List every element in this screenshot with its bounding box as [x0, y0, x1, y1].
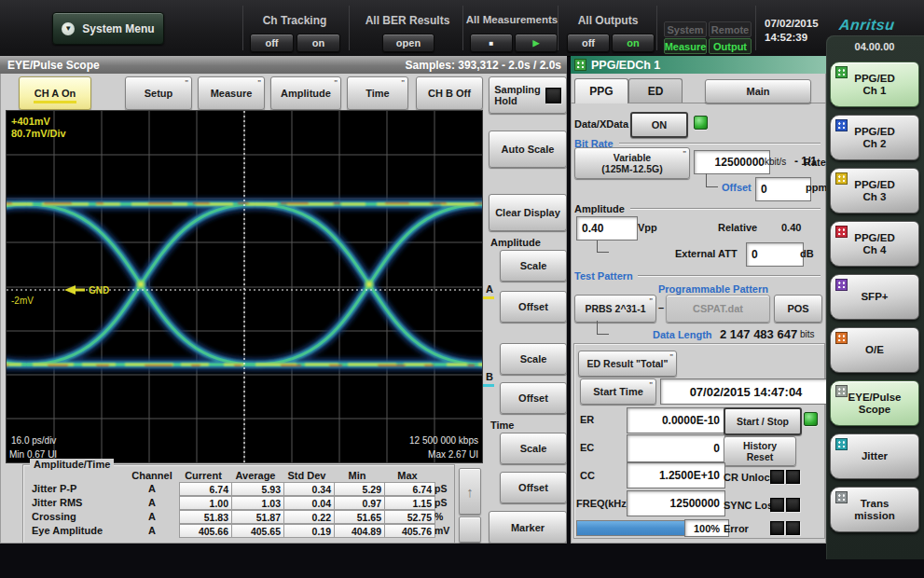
history-reset-label-2: Reset: [747, 451, 774, 462]
data-xdata-on-button[interactable]: ON: [630, 112, 688, 138]
measurements-start-button[interactable]: ▶: [515, 34, 558, 52]
time-per-div-label: 16.0 ps/div: [11, 435, 56, 446]
key-label: SFP+: [861, 291, 888, 303]
ch-tracking-off-button[interactable]: off: [250, 34, 294, 52]
history-reset-button[interactable]: History Reset: [724, 436, 796, 466]
amplitude-section-label: Amplitude: [490, 237, 541, 248]
sampling-hold-button[interactable]: Sampling Hold: [489, 76, 567, 114]
outputs-off-button[interactable]: off: [567, 34, 610, 52]
eye-pulse-scope-panel: EYE/Pulse Scope Samples: 393,312 - 2.0s …: [0, 56, 567, 544]
ed-result-total-button[interactable]: ED Result "Total": [578, 351, 677, 377]
table-cell: 1.00: [179, 496, 232, 510]
error-label: Error: [724, 523, 749, 534]
ext-att-connector: [597, 241, 609, 253]
table-scroll-down-button[interactable]: [459, 516, 481, 543]
external-att-field[interactable]: 0: [746, 242, 804, 267]
channel-pattern-icon: [835, 119, 848, 131]
scope-icon: [835, 385, 848, 397]
start-stop-button[interactable]: Start / Stop: [724, 407, 802, 435]
amplitude-scale-a-button[interactable]: Scale: [500, 250, 567, 282]
gnd-arrow-shaft: [76, 289, 85, 292]
sidebar-item-sfp[interactable]: SFP+: [830, 274, 919, 320]
key-label: EYE/Pulse: [848, 392, 902, 404]
key-label: Ch 3: [863, 191, 887, 203]
system-menu-label: System Menu: [82, 22, 154, 35]
table-scroll-up-button[interactable]: ↑: [459, 468, 481, 515]
bit-rate-variable-button[interactable]: Variable (125M-12.5G): [574, 147, 690, 179]
sidebar-item-o-e[interactable]: O/E: [830, 327, 919, 373]
clear-display-button[interactable]: Clear Display: [489, 194, 567, 231]
amplitude-button[interactable]: Amplitude: [270, 76, 341, 110]
sidebar-item-ppg-ed-ch1[interactable]: PPG/ED Ch 1: [830, 62, 919, 107]
setup-button[interactable]: Setup: [125, 76, 192, 110]
bit-rate-value-field[interactable]: 12500000: [694, 150, 770, 174]
progress-fill: [577, 521, 685, 535]
all-ber-open-button[interactable]: open: [382, 34, 434, 52]
ch-b-off-button[interactable]: CH B Off: [416, 76, 483, 110]
bit-rate-offset-field[interactable]: 0: [755, 177, 811, 201]
measure-status-lamp: Measure: [664, 38, 707, 54]
cc-value-field: 1.2500E+10: [627, 462, 725, 489]
sidebar-item-ppg-ed-ch3[interactable]: PPG/ED Ch 3: [830, 168, 919, 213]
eye-diagram: +401mV 80.7mV/Div GND -2mV 16.0 ps/div M…: [7, 111, 482, 462]
cc-label: CC: [580, 470, 595, 481]
time-offset-button[interactable]: Offset: [500, 472, 567, 503]
module-icon: [835, 332, 848, 344]
data-length-value: 2 147 483 647: [720, 327, 797, 341]
pos-button[interactable]: POS: [774, 295, 822, 323]
progress-percent: 100%: [684, 519, 729, 537]
col-header-current: Current: [179, 470, 228, 481]
eye-diagram-display[interactable]: +401mV 80.7mV/Div GND -2mV 16.0 ps/div M…: [6, 110, 483, 463]
stop-icon: ■: [490, 39, 494, 48]
ch-tracking-on-button[interactable]: on: [297, 34, 340, 52]
test-pattern-section-label: Test Pattern: [574, 270, 633, 282]
table-cell: 52.75: [384, 510, 435, 524]
module-icon: [835, 279, 848, 291]
tab-ppg[interactable]: PPG: [574, 78, 628, 103]
ch-a-underline: [34, 101, 76, 103]
key-label: O/E: [865, 344, 884, 356]
pattern-file-button[interactable]: CSPAT.dat: [666, 295, 770, 323]
tab-ed[interactable]: ED: [628, 78, 683, 103]
outputs-on-button[interactable]: on: [612, 34, 655, 52]
ch-a-on-button[interactable]: CH A On: [19, 76, 91, 110]
amplitude-value-field[interactable]: 0.40: [576, 216, 638, 241]
chevron-down-icon: ▼: [62, 22, 75, 35]
channel-a-color-tick: [483, 296, 494, 299]
system-menu-button[interactable]: ▼ System Menu: [52, 12, 164, 45]
channel-pattern-icon: [835, 66, 848, 78]
sidebar-item-ppg-ed-ch4[interactable]: PPG/ED Ch 4: [830, 221, 919, 267]
sidebar-item-eye-pulse-scope[interactable]: EYE/Pulse Scope: [830, 380, 919, 426]
measure-button[interactable]: Measure: [198, 76, 265, 110]
er-label: ER: [580, 414, 594, 425]
amplitude-scale-b-button[interactable]: Scale: [500, 343, 567, 375]
table-cell: 0.22: [283, 510, 335, 524]
table-cell: 6.74: [384, 482, 435, 496]
time-scale-button[interactable]: Scale: [500, 433, 567, 464]
sidebar-item-transmission[interactable]: Trans mission: [830, 487, 919, 532]
gnd-label: GND: [89, 285, 109, 296]
table-cell: 0.19: [283, 524, 335, 538]
section-rule: [630, 208, 821, 209]
time-section-label: Time: [490, 420, 514, 431]
auto-scale-button[interactable]: Auto Scale: [489, 131, 567, 168]
time-button[interactable]: Time: [347, 76, 408, 110]
ppg-panel-title: PPG/EDCh 1: [591, 59, 660, 72]
sidebar-item-ppg-ed-ch2[interactable]: PPG/ED Ch 2: [830, 115, 919, 160]
programmable-pattern-label: Programmable Pattern: [658, 283, 768, 295]
col-header-channel: Channel: [125, 470, 179, 481]
all-outputs-label: All Outputs: [563, 14, 653, 27]
measurements-stop-button[interactable]: ■: [470, 34, 513, 52]
main-button[interactable]: Main: [705, 79, 811, 103]
prbs-pattern-button[interactable]: PRBS 2^31-1: [574, 295, 656, 323]
start-time-button[interactable]: Start Time: [580, 378, 656, 405]
marker-button[interactable]: Marker: [489, 511, 567, 544]
amplitude-offset-b-button[interactable]: Offset: [500, 382, 567, 414]
table-icon: [835, 491, 848, 503]
freq-label: FREQ(kHz): [576, 498, 629, 509]
sidebar-item-jitter[interactable]: Jitter: [830, 434, 919, 479]
bit-rate-rate-label: Rate: [804, 157, 826, 168]
amplitude-offset-a-button[interactable]: Offset: [500, 291, 567, 323]
channel-pattern-icon: [835, 226, 848, 238]
firmware-version: 04.00.00: [828, 41, 921, 52]
